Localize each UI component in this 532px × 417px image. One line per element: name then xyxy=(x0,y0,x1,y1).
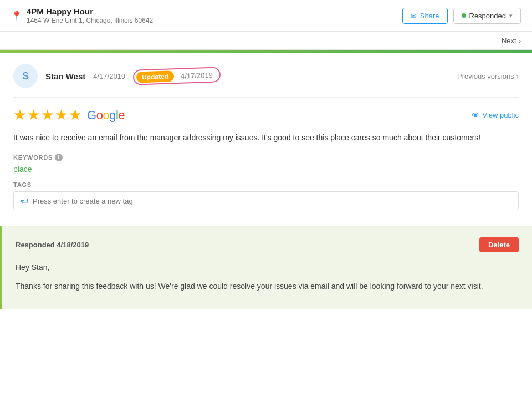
responded-status-dot xyxy=(462,13,466,18)
tags-label: TAGS xyxy=(13,181,519,188)
responded-button[interactable]: Responded ▾ xyxy=(453,8,521,24)
tag-input-wrapper: 🏷 xyxy=(13,191,519,210)
star-5: ★ xyxy=(69,106,81,124)
avatar: S xyxy=(13,64,38,88)
tag-icon: 🏷 xyxy=(21,196,28,205)
location-icon: 📍 xyxy=(11,11,22,21)
share-button[interactable]: ✉ Share xyxy=(402,8,448,24)
next-link[interactable]: Next › xyxy=(502,37,521,45)
tag-input[interactable] xyxy=(33,197,511,205)
previous-versions-link[interactable]: Previous versions › xyxy=(457,72,519,80)
keyword-link[interactable]: place xyxy=(13,165,32,174)
star-4: ★ xyxy=(55,106,68,124)
info-icon[interactable]: i xyxy=(55,154,63,161)
reviewer-date: 4/17/2019 xyxy=(93,72,125,80)
next-bar: Next › xyxy=(0,32,532,50)
star-2: ★ xyxy=(27,106,40,124)
email-icon: ✉ xyxy=(411,12,417,20)
top-bar: 📍 4PM Happy Hour 1464 W Erie Unit 1, Chi… xyxy=(0,0,532,32)
star-1: ★ xyxy=(13,106,26,124)
updated-date: 4/17/2019 xyxy=(181,70,213,80)
review-card: S Stan West 4/17/2019 Updated 4/17/2019 xyxy=(0,53,532,226)
google-logo: Google xyxy=(87,108,125,123)
reviewer-meta: Stan West 4/17/2019 Updated 4/17/2019 xyxy=(45,68,221,84)
response-section: Responded 4/18/2019 Delete Hey Stan, Tha… xyxy=(0,226,532,309)
keywords-label: KEYWORDS i xyxy=(13,154,519,161)
delete-button[interactable]: Delete xyxy=(479,237,519,252)
response-paragraph-2: Thanks for sharing this feedback with us… xyxy=(16,280,519,293)
response-text: Hey Stan, Thanks for sharing this feedba… xyxy=(16,261,519,293)
response-paragraph-1: Hey Stan, xyxy=(16,261,519,274)
chevron-down-icon: ▾ xyxy=(509,12,513,19)
tags-section: TAGS 🏷 xyxy=(13,181,519,210)
eye-icon: 👁 xyxy=(472,111,479,120)
chevron-right-icon: › xyxy=(519,37,521,45)
business-info: 📍 4PM Happy Hour 1464 W Erie Unit 1, Chi… xyxy=(11,7,153,24)
responded-label: Responded 4/18/2019 xyxy=(16,241,89,249)
review-text: It was nice to receive an email from the… xyxy=(13,131,519,144)
star-rating: ★ ★ ★ ★ ★ xyxy=(13,106,81,124)
updated-badge: Updated xyxy=(136,70,175,83)
updated-highlight: Updated 4/17/2019 xyxy=(133,67,221,85)
star-3: ★ xyxy=(41,106,54,124)
business-name: 4PM Happy Hour xyxy=(27,7,153,16)
keywords-section: KEYWORDS i place xyxy=(13,154,519,174)
reviewer-row: S Stan West 4/17/2019 Updated 4/17/2019 xyxy=(13,64,519,98)
rating-row: ★ ★ ★ ★ ★ Google 👁 View public xyxy=(13,106,519,124)
view-public-link[interactable]: 👁 View public xyxy=(472,111,519,120)
top-actions: ✉ Share Responded ▾ xyxy=(402,8,521,24)
reviewer-left: S Stan West 4/17/2019 Updated 4/17/2019 xyxy=(13,64,221,88)
rating-left: ★ ★ ★ ★ ★ Google xyxy=(13,106,125,124)
response-header: Responded 4/18/2019 Delete xyxy=(16,237,519,252)
reviewer-name: Stan West xyxy=(45,72,85,81)
chevron-right-icon: › xyxy=(516,72,519,80)
business-address: 1464 W Erie Unit 1, Chicago, Illinois 60… xyxy=(27,17,153,24)
